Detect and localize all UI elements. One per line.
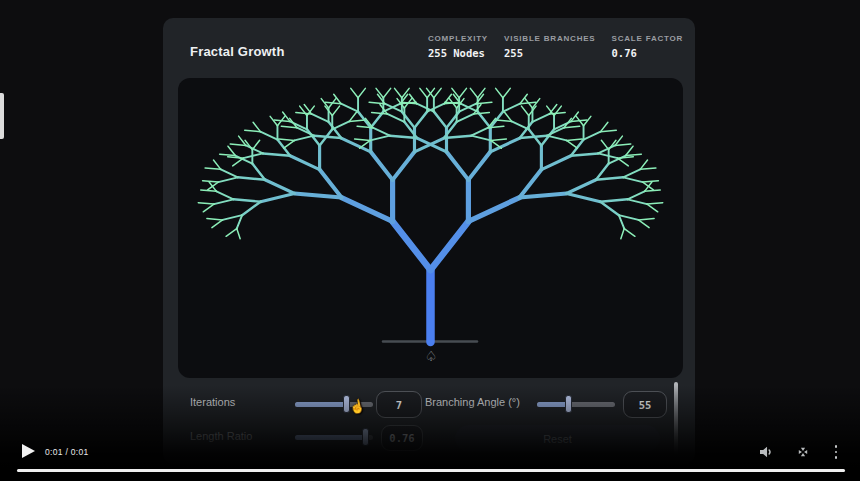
length-ratio-value-box[interactable]: 0.76 [381,425,423,451]
fractal-canvas: ♤ [178,78,683,378]
stat-scale-factor: SCALE FACTOR 0.76 [612,34,684,59]
fractal-tree-drawing [178,78,683,378]
spade-tree-icon: ♤ [422,348,440,364]
left-edge-artifact [0,93,4,139]
stat-visible-branches-label: VISIBLE BRANCHES [504,34,595,43]
iterations-value-box[interactable]: 7 [376,391,422,418]
branching-angle-value-box[interactable]: 55 [623,391,667,418]
stat-complexity-value: 255 Nodes [428,47,488,59]
slider-thumb[interactable] [565,395,572,413]
slider-thumb[interactable] [343,395,350,413]
page-title: Fractal Growth [190,44,285,59]
stat-scale-factor-label: SCALE FACTOR [612,34,684,43]
slider-length-ratio[interactable] [295,428,373,446]
panel-scrollbar[interactable] [674,382,678,456]
stat-visible-branches: VISIBLE BRANCHES 255 [504,34,595,59]
stat-visible-branches-value: 255 [504,47,595,59]
stat-scale-factor-value: 0.76 [612,47,684,59]
slider-iterations[interactable] [295,395,373,413]
stats-bar: COMPLEXITY 255 Nodes VISIBLE BRANCHES 25… [428,34,683,59]
branching-angle-label: Branching Angle (°) [425,396,520,408]
length-ratio-label: Length Ratio [190,430,252,442]
slider-fill [295,435,366,440]
slider-branching-angle[interactable] [537,395,615,413]
iterations-label: Iterations [190,396,235,408]
volume-icon[interactable] [757,443,775,461]
video-progress-played [17,469,845,472]
fullscreen-icon[interactable] [794,443,812,461]
stat-complexity-label: COMPLEXITY [428,34,488,43]
reset-button[interactable]: Reset [455,425,660,452]
slider-fill [295,402,347,407]
kebab-menu-icon[interactable] [830,442,842,462]
fractal-app-panel: Fractal Growth COMPLEXITY 255 Nodes VISI… [163,18,695,464]
video-time: 0:01 / 0:01 [45,447,88,457]
slider-thumb[interactable] [362,428,369,446]
video-progress-bar[interactable] [17,469,845,472]
play-icon[interactable] [22,444,35,458]
stat-complexity: COMPLEXITY 255 Nodes [428,34,488,59]
video-frame: Fractal Growth COMPLEXITY 255 Nodes VISI… [0,0,860,481]
